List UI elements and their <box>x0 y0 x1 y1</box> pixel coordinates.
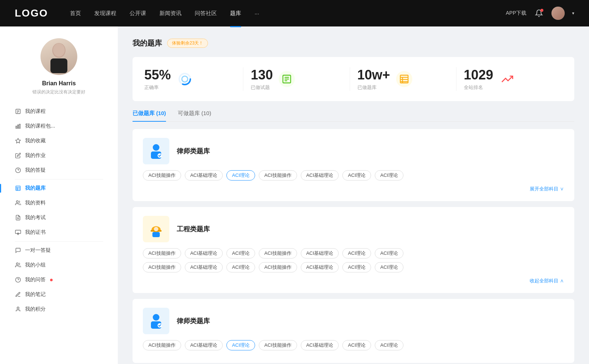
tag-2-4[interactable]: ACI基础理论 <box>301 340 339 350</box>
stat-accuracy-label: 正确率 <box>144 84 171 91</box>
nav-link-home[interactable]: 首页 <box>70 8 81 18</box>
nav-link-news[interactable]: 新闻资讯 <box>159 8 181 18</box>
nav-links: 首页 发现课程 公开课 新闻资讯 问答社区 题库 ··· <box>70 8 506 18</box>
stat-done-questions: 130 已做试题 <box>243 67 350 91</box>
tabs-row: 已做题库 (10) 可做题库 (10) <box>133 110 574 122</box>
tags-row-1a: ACI技能操作 ACI基础理论 ACI理论 ACI技能操作 ACI基础理论 AC… <box>143 248 564 258</box>
tag-1-6[interactable]: ACI理论 <box>375 248 403 258</box>
tag-2-5[interactable]: ACI理论 <box>342 340 371 350</box>
navbar: LOGO 首页 发现课程 公开课 新闻资讯 问答社区 题库 ··· APP下载 … <box>0 0 589 26</box>
sidebar-item-exam[interactable]: 我的考试 <box>9 210 109 225</box>
sidebar: Brian Harris 错误的决定比没有决定要好 我的课程 我的课程包... … <box>0 26 118 364</box>
tag-2-2[interactable]: ACI理论 <box>226 340 255 350</box>
collapse-link-1[interactable]: 收起全部科目 ∧ <box>143 276 564 284</box>
tag-1b-4[interactable]: ACI基础理论 <box>301 262 339 272</box>
tag-1b-0[interactable]: ACI技能操作 <box>143 262 181 272</box>
svg-marker-10 <box>15 138 20 143</box>
nav-link-open[interactable]: 公开课 <box>130 8 146 18</box>
app-download-link[interactable]: APP下载 <box>506 10 526 17</box>
table-icon <box>15 185 21 192</box>
tag-1b-2[interactable]: ACI理论 <box>226 262 255 272</box>
tag-0-1[interactable]: ACI基础理论 <box>185 170 223 181</box>
tag-1-1[interactable]: ACI基础理论 <box>185 248 223 258</box>
sidebar-item-1on1[interactable]: 一对一答疑 <box>9 243 109 258</box>
svg-rect-13 <box>16 186 20 190</box>
tag-0-0[interactable]: ACI技能操作 <box>143 170 181 181</box>
tag-1-5[interactable]: ACI理论 <box>342 248 371 258</box>
tab-available-banks[interactable]: 可做题库 (10) <box>178 110 211 121</box>
qbank-card-0: 律师类题库 ACI技能操作 ACI基础理论 ACI理论 ACI技能操作 ACI基… <box>133 129 574 201</box>
sidebar-label-qa: 我的答疑 <box>25 167 46 174</box>
nav-link-more[interactable]: ··· <box>254 9 259 18</box>
qbank-header-2: 律师类题库 <box>143 308 564 334</box>
tab-done-banks[interactable]: 已做题库 (10) <box>133 110 166 121</box>
notification-bell[interactable] <box>534 8 544 18</box>
certificate-icon <box>15 229 21 236</box>
tag-1b-1[interactable]: ACI基础理论 <box>185 262 223 272</box>
tag-1-4[interactable]: ACI基础理论 <box>301 248 339 258</box>
engineer-svg <box>147 220 165 238</box>
sidebar-label-exam: 我的考试 <box>25 214 46 221</box>
avatar[interactable] <box>551 7 565 20</box>
sidebar-item-myqa[interactable]: 我的问答 <box>9 272 109 287</box>
page-title: 我的题库 <box>133 38 162 48</box>
tag-2-0[interactable]: ACI技能操作 <box>143 340 181 350</box>
sidebar-label-1on1: 一对一答疑 <box>25 247 51 254</box>
tag-2-1[interactable]: ACI基础理论 <box>185 340 223 350</box>
nav-link-qa[interactable]: 问答社区 <box>195 8 217 18</box>
nav-link-discover[interactable]: 发现课程 <box>94 8 116 18</box>
tag-0-2[interactable]: ACI理论 <box>226 170 255 181</box>
tag-0-4[interactable]: ACI基础理论 <box>301 170 339 181</box>
tag-2-6[interactable]: ACI理论 <box>375 340 403 350</box>
sidebar-item-profile[interactable]: 我的资料 <box>9 196 109 210</box>
stat-done-questions-text: 130 已做试题 <box>251 67 273 91</box>
tag-0-3[interactable]: ACI技能操作 <box>259 170 297 181</box>
tag-1-3[interactable]: ACI技能操作 <box>259 248 297 258</box>
avatar-dropdown-arrow[interactable]: ▾ <box>572 11 574 16</box>
nav-link-qbank[interactable]: 题库 <box>230 8 241 18</box>
sidebar-item-certificate[interactable]: 我的证书 <box>9 225 109 240</box>
qbank-header-1: 工程类题库 <box>143 216 564 242</box>
tag-0-6[interactable]: ACI理论 <box>375 170 403 181</box>
sidebar-item-points[interactable]: 我的积分 <box>9 302 109 317</box>
svg-rect-7 <box>16 126 17 128</box>
tag-2-3[interactable]: ACI技能操作 <box>259 340 297 350</box>
svg-point-17 <box>16 201 18 203</box>
list-icon <box>279 71 295 87</box>
expand-link-0[interactable]: 展开全部科目 ∨ <box>143 184 564 192</box>
sidebar-menu: 我的课程 我的课程包... 我的收藏 我的作业 <box>0 104 118 317</box>
sidebar-item-qa[interactable]: 我的答疑 <box>9 163 109 178</box>
sidebar-item-course[interactable]: 我的课程 <box>9 104 109 119</box>
tag-1-2[interactable]: ACI理论 <box>226 248 255 258</box>
sidebar-item-coursepack[interactable]: 我的课程包... <box>9 119 109 133</box>
page-body: Brian Harris 错误的决定比没有决定要好 我的课程 我的课程包... … <box>0 26 589 364</box>
table-list-icon <box>396 71 412 87</box>
tag-1b-3[interactable]: ACI技能操作 <box>259 262 297 272</box>
sidebar-label-qbank: 我的题库 <box>25 185 46 192</box>
sidebar-item-group[interactable]: 我的小组 <box>9 258 109 272</box>
sidebar-label-certificate: 我的证书 <box>25 229 46 236</box>
sidebar-item-notes[interactable]: 我的笔记 <box>9 287 109 302</box>
group-icon <box>15 262 21 268</box>
notification-dot <box>540 9 543 12</box>
sidebar-label-group: 我的小组 <box>25 262 46 268</box>
tag-1b-5[interactable]: ACI理论 <box>342 262 371 272</box>
svg-rect-1 <box>50 58 67 73</box>
svg-rect-9 <box>19 124 20 128</box>
tag-1b-6[interactable]: ACI理论 <box>375 262 403 272</box>
main-content: 我的题库 体验剩余23天！ 55% 正确率 <box>118 26 589 364</box>
tag-1-0[interactable]: ACI技能操作 <box>143 248 181 258</box>
stat-accuracy: 55% 正确率 <box>144 67 243 91</box>
trial-badge: 体验剩余23天！ <box>167 39 208 48</box>
sidebar-item-favorites[interactable]: 我的收藏 <box>9 133 109 148</box>
qbank-title-2: 律师类题库 <box>177 317 210 325</box>
tag-0-5[interactable]: ACI理论 <box>342 170 371 181</box>
sidebar-label-coursepack: 我的课程包... <box>25 123 55 129</box>
svg-rect-8 <box>18 125 19 128</box>
sidebar-item-qbank[interactable]: 我的题库 <box>9 181 109 196</box>
sidebar-item-homework[interactable]: 我的作业 <box>9 148 109 163</box>
sidebar-label-course: 我的课程 <box>25 108 46 115</box>
sidebar-avatar <box>40 38 77 75</box>
stat-done-questions-value: 130 <box>251 67 273 83</box>
stat-rank-label: 全站排名 <box>464 84 493 91</box>
